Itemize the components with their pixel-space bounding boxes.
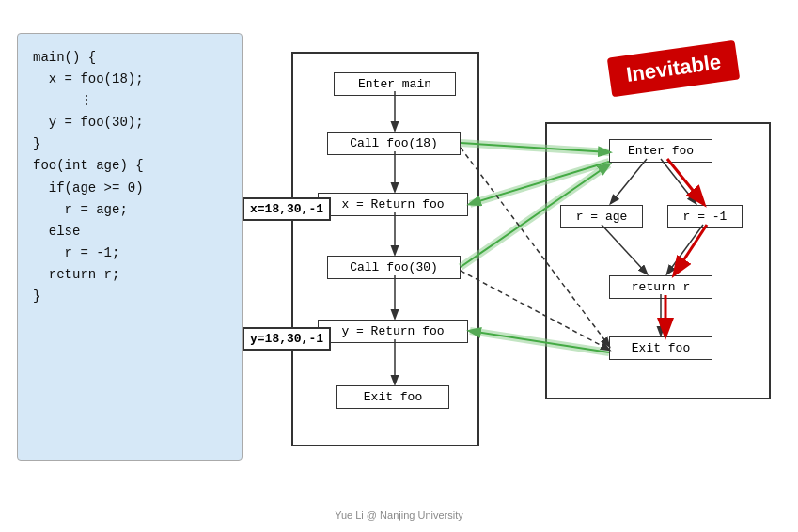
call-foo-30-node: Call foo(30) — [327, 256, 461, 279]
code-line-7: if(age >= 0) — [33, 180, 144, 196]
code-line-4: y = foo(30); — [33, 115, 144, 130]
code-line-9: else — [33, 224, 80, 239]
code-line-10: r = -1; — [33, 245, 119, 260]
y-return-foo-node: y = Return foo — [318, 320, 468, 343]
r-age-node: r = age — [560, 205, 643, 228]
call-foo-18-node: Call foo(18) — [327, 132, 461, 155]
inevitable-banner: Inevitable — [607, 40, 741, 98]
code-line-8: r = age; — [33, 202, 128, 217]
footer: Yue Li @ Nanjing University — [0, 509, 798, 521]
exit-foo-node: Exit foo — [609, 336, 712, 360]
code-line-11: return r; — [33, 267, 119, 282]
x-return-foo-node: x = Return foo — [318, 193, 468, 216]
code-line-6: foo(int age) { — [33, 158, 144, 173]
code-line-2: x = foo(18); — [33, 71, 144, 86]
return-r-node: return r — [609, 275, 712, 299]
exit-foo-main-node: Exit foo — [336, 385, 449, 409]
x-badge: x=18,30,-1 — [243, 197, 331, 221]
inevitable-label: Inevitable — [625, 50, 723, 86]
code-line-5: } — [33, 136, 40, 151]
code-line-12: } — [33, 289, 40, 304]
enter-foo-node: Enter foo — [609, 139, 712, 163]
footer-text: Yue Li @ Nanjing University — [335, 509, 463, 521]
code-panel: main() { x = foo(18); ⋮ y = foo(30); } f… — [17, 33, 243, 461]
y-badge: y=18,30,-1 — [243, 327, 331, 351]
code-line-3: ⋮ — [33, 93, 93, 108]
r-neg1-node: r = -1 — [667, 205, 743, 228]
code-line-1: main() { — [33, 50, 96, 65]
enter-main-node: Enter main — [334, 72, 456, 96]
